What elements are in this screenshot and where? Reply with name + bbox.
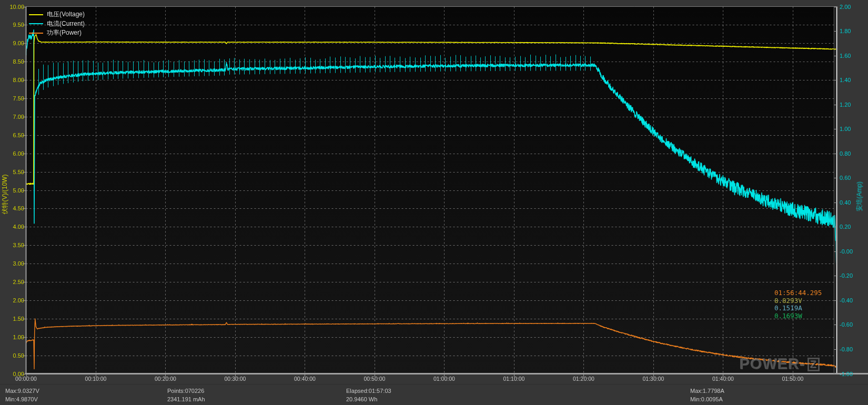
energy-wh: 20.9460 Wh [346,395,391,403]
right-tick-label: 1.40 [840,76,851,84]
right-tick-label: -0.60 [840,321,853,328]
left-tick-label: 7.00 [0,113,24,120]
readout-voltage: 8.8293V [774,297,822,305]
x-tick-label: 00:40:00 [294,375,316,382]
x-tick-label: 01:50:00 [782,375,803,382]
capacity-mah: 2341.191 mAh [167,395,205,403]
right-tick-label: 0.60 [840,174,851,181]
left-tick-label: 10.00 [0,3,24,11]
right-tick-label: -0.40 [840,297,853,304]
left-tick-label: 0.50 [0,352,24,359]
right-tick-label: 2.00 [840,3,851,11]
right-tick-label: 1.20 [840,101,851,108]
status-bar: Max:9.0327V Min:4.9870V Points:070226 23… [0,384,868,405]
x-tick-label: 01:00:00 [433,375,455,382]
right-tick-label: 0.20 [840,223,851,230]
legend-label: 功率(Power) [47,28,82,37]
power-line-swatch [29,33,43,34]
current-stats: Max:1.7798A Min:0.0095A [690,387,724,403]
x-tick-label: 01:10:00 [503,375,524,382]
left-tick-label: 6.00 [0,150,24,157]
elapsed-time: Elapsed:01:57:03 [346,387,391,395]
left-tick-label: 3.00 [0,260,24,267]
legend-item-power[interactable]: 功率(Power) [29,28,85,38]
x-tick-label: 00:30:00 [225,375,246,382]
left-tick-label: 6.50 [0,131,24,139]
left-tick-label: 2.50 [0,278,24,286]
left-tick-label: 1.50 [0,315,24,322]
left-tick-label: 3.50 [0,241,24,249]
points-count: Points:070226 [167,387,205,395]
sample-stats: Points:070226 2341.191 mAh [167,387,205,403]
right-tick-label: 1.80 [840,27,851,35]
right-tick-label: 1.00 [840,125,851,133]
x-tick-label: 00:50:00 [364,375,386,382]
left-tick-label: 9.50 [0,21,24,28]
x-tick-label: 00:10:00 [85,375,107,382]
current-max: Max:1.7798A [690,387,724,395]
left-tick-label: 1.00 [0,333,24,341]
voltage-stats: Max:9.0327V Min:4.9870V [5,387,39,403]
readout-power: 0.1693W [774,312,822,320]
cursor-readout: 01:56:44.295 8.8293V 0.1519A 0.1693W [774,289,822,320]
readout-time: 01:56:44.295 [774,289,822,297]
readout-current: 0.1519A [774,305,822,312]
current-min: Min:0.0095A [690,395,724,403]
left-tick-label: 9.00 [0,39,24,47]
x-tick-label: 00:00:00 [15,375,37,382]
right-tick-label: -0.20 [840,272,853,279]
right-tick-label: 0.40 [840,199,851,206]
current-line-swatch [29,23,43,24]
x-tick-label: 00:20:00 [155,375,176,382]
x-tick-label: 01:30:00 [642,375,664,382]
left-tick-label: 7.50 [0,95,24,102]
right-tick-label: -0.80 [840,346,853,353]
left-tick-label: 8.00 [0,76,24,84]
voltage-line-swatch [29,14,43,15]
voltage-min: Min:4.9870V [5,395,39,403]
left-tick-label: 2.00 [0,297,24,304]
right-tick-label: -0.00 [840,248,853,255]
legend-label: 电压(Voltage) [47,10,85,19]
time-energy-stats: Elapsed:01:57:03 20.9460 Wh [346,387,391,403]
legend: 电压(Voltage) 电流(Current) 功率(Power) [29,10,85,38]
legend-label: 电流(Current) [47,19,85,28]
left-tick-label: 4.00 [0,223,24,230]
chart-plot-area[interactable] [0,0,868,405]
x-tick-label: 01:20:00 [573,375,594,382]
voltage-max: Max:9.0327V [5,387,39,395]
right-tick-label: -1.00 [840,370,853,378]
left-axis-title: 伏特(V)/(10W) [1,168,9,221]
right-tick-label: 1.60 [840,52,851,59]
powerz-logo-z: Z [808,358,820,371]
legend-item-current[interactable]: 电流(Current) [29,19,85,29]
x-tick-label: 01:40:00 [712,375,734,382]
powerz-watermark: POWER-Z [740,356,820,373]
powerz-logger-window: 10.009.509.008.508.007.507.006.506.005.5… [0,0,868,405]
right-axis-title: 安培(Amp) [855,177,864,217]
right-tick-label: 0.80 [840,150,851,157]
left-tick-label: 8.50 [0,58,24,65]
legend-item-voltage[interactable]: 电压(Voltage) [29,10,85,19]
